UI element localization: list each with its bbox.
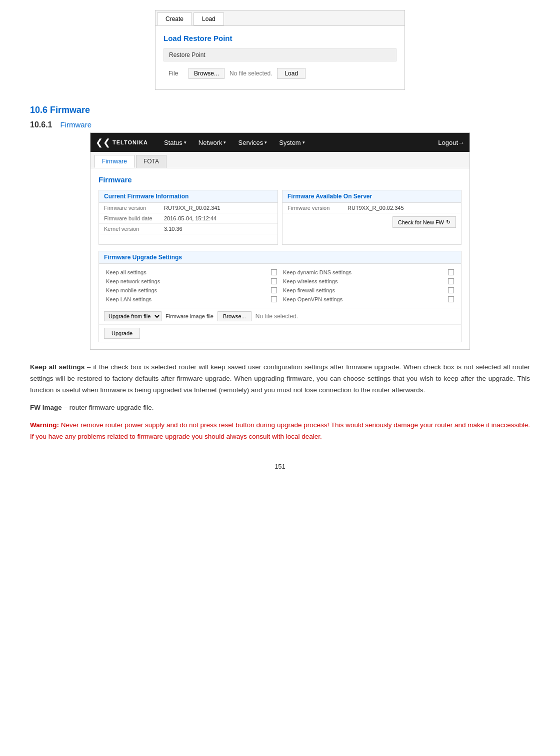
check-fw-label: Check for New FW (398, 219, 444, 225)
upgrade-file-row: Upgrade from file Firmware image file Br… (99, 308, 461, 324)
section-label-10-6-1: Firmware (60, 120, 92, 129)
upgrade-from-select[interactable]: Upgrade from file (104, 311, 162, 321)
checkbox-keep-openvpn[interactable] (448, 296, 454, 302)
keep-all-text: – if the check box is selected router wi… (30, 363, 530, 394)
server-firmware-version-value: RUT9XX_R_00.02.345 (348, 205, 404, 211)
fw-image-desc: FW image – router firmware upgrade file. (30, 402, 530, 414)
checkbox-keep-lan[interactable] (271, 296, 277, 302)
kernel-version-value: 3.10.36 (164, 226, 182, 232)
firmware-image-file-label: Firmware image file (166, 313, 214, 319)
tab-fota[interactable]: FOTA (136, 155, 166, 168)
nav-network-arrow: ▾ (224, 140, 226, 145)
firmware-build-label: Firmware build date (104, 215, 164, 221)
upgrade-row-0: Keep all settings (103, 268, 280, 277)
upgrade-left-col: Keep all settings Keep network settings … (103, 268, 280, 304)
tab-load-button[interactable]: Load (194, 12, 224, 25)
firmware-build-value: 2016-05-04, 15:12:44 (164, 215, 216, 221)
fw-image-text: – router firmware upgrade file. (62, 404, 154, 411)
router-ui: ❮❮ TELTONIKA Status ▾ Network ▾ Services… (90, 132, 470, 350)
info-grid: Current Firmware Information Firmware ve… (98, 190, 462, 245)
checkbox-keep-mobile[interactable] (271, 287, 277, 293)
upgrade-settings-section: Firmware Upgrade Settings Keep all setti… (98, 251, 462, 342)
nav-status[interactable]: Status ▾ (158, 135, 192, 150)
warning-text: Never remove router power supply and do … (30, 421, 530, 440)
upgrade-settings-header: Firmware Upgrade Settings (99, 251, 461, 264)
upgrade-button[interactable]: Upgrade (104, 328, 140, 339)
current-firmware-box: Current Firmware Information Firmware ve… (98, 190, 278, 245)
nav-items: Status ▾ Network ▾ Services ▾ System ▾ (158, 135, 438, 150)
nav-system[interactable]: System ▾ (273, 135, 310, 150)
server-firmware-box: Firmware Available On Server Firmware ve… (282, 190, 462, 245)
upgrade-label-1: Keep network settings (106, 278, 267, 284)
nav-system-label: System (279, 139, 300, 146)
upgrade-row-r3: Keep OpenVPN settings (280, 295, 457, 304)
nav-status-arrow: ▾ (184, 140, 186, 145)
keep-all-bold: Keep all settings (30, 363, 84, 371)
upgrade-row-1: Keep network settings (103, 277, 280, 286)
load-button[interactable]: Load (277, 68, 306, 79)
server-firmware-version-label: Firmware version (288, 205, 348, 211)
page-number: 151 (30, 463, 530, 470)
nav-network[interactable]: Network ▾ (192, 135, 232, 150)
server-firmware-version-row: Firmware version RUT9XX_R_00.02.345 (282, 203, 461, 213)
restore-section-header: Restore Point (164, 48, 396, 61)
upgrade-label-3: Keep LAN settings (106, 296, 267, 302)
firmware-version-row: Firmware version RUT9XX_R_00.02.341 (99, 203, 278, 213)
nav-services-label: Services (238, 139, 263, 146)
restore-point-container: Create Load Load Restore Point Restore P… (155, 10, 405, 90)
upgrade-row-r0: Keep dynamic DNS settings (280, 268, 457, 277)
restore-body: Load Restore Point Restore Point File Br… (156, 26, 404, 89)
upgrade-grid: Keep all settings Keep network settings … (99, 264, 461, 308)
restore-point-title: Load Restore Point (164, 34, 396, 42)
server-firmware-header: Firmware Available On Server (282, 190, 461, 203)
check-fw-btn-container: Check for New FW ↻ (282, 213, 461, 231)
firmware-build-row: Firmware build date 2016-05-04, 15:12:44 (99, 213, 278, 224)
firmware-version-label: Firmware version (104, 205, 164, 211)
checkbox-keep-all[interactable] (271, 269, 277, 275)
upgrade-label-r1: Keep wireless settings (283, 278, 444, 284)
no-file-selected: No file selected. (230, 70, 272, 77)
tab-firmware[interactable]: Firmware (94, 155, 134, 168)
heading-10-6-1-row: 10.6.1 Firmware (30, 120, 530, 129)
checkbox-keep-wireless[interactable] (448, 278, 454, 284)
tab-create-button[interactable]: Create (157, 12, 192, 25)
upgrade-label-0: Keep all settings (106, 269, 267, 275)
upgrade-row-2: Keep mobile settings (103, 286, 280, 295)
upgrade-row-r2: Keep firewall settings (280, 286, 457, 295)
checkbox-keep-firewall[interactable] (448, 287, 454, 293)
section-num-10-6-1: 10.6.1 (30, 120, 52, 129)
upgrade-no-file: No file selected. (256, 313, 298, 320)
check-fw-button[interactable]: Check for New FW ↻ (392, 216, 456, 228)
upgrade-label-r2: Keep firewall settings (283, 287, 444, 293)
nav-bar: ❮❮ TELTONIKA Status ▾ Network ▾ Services… (90, 133, 470, 152)
description-section: Keep all settings – if the check box is … (30, 362, 530, 443)
heading-10-6: 10.6 Firmware (30, 105, 530, 115)
restore-file-row: File Browse... No file selected. Load (164, 65, 396, 81)
upgrade-browse-button[interactable]: Browse... (218, 311, 252, 321)
upgrade-row-r1: Keep wireless settings (280, 277, 457, 286)
nav-logout[interactable]: Logout→ (438, 139, 464, 146)
nav-services-arrow: ▾ (264, 140, 267, 145)
file-label: File (168, 70, 184, 77)
router-tabs: Firmware FOTA (90, 152, 470, 168)
upgrade-btn-row: Upgrade (99, 324, 461, 342)
checkbox-keep-network[interactable] (271, 278, 277, 284)
warning-desc: Warning: Never remove router power suppl… (30, 420, 530, 443)
upgrade-row-3: Keep LAN settings (103, 295, 280, 304)
kernel-version-label: Kernel version (104, 226, 164, 232)
nav-system-arrow: ▾ (302, 140, 305, 145)
nav-logo: ❮❮ TELTONIKA (96, 137, 148, 148)
current-firmware-header: Current Firmware Information (99, 190, 278, 203)
warning-bold: Warning: (30, 421, 61, 429)
kernel-version-row: Kernel version 3.10.36 (99, 224, 278, 234)
firmware-version-value: RUT9XX_R_00.02.341 (164, 205, 220, 211)
nav-services[interactable]: Services ▾ (232, 135, 273, 150)
nav-network-label: Network (198, 139, 222, 146)
fw-image-bold: FW image (30, 404, 62, 411)
refresh-icon: ↻ (446, 219, 450, 225)
router-content: Firmware Current Firmware Information Fi… (90, 168, 470, 349)
upgrade-right-col: Keep dynamic DNS settings Keep wireless … (280, 268, 457, 304)
browse-button[interactable]: Browse... (188, 68, 224, 79)
checkbox-keep-dns[interactable] (448, 269, 454, 275)
router-content-title: Firmware (98, 175, 462, 184)
